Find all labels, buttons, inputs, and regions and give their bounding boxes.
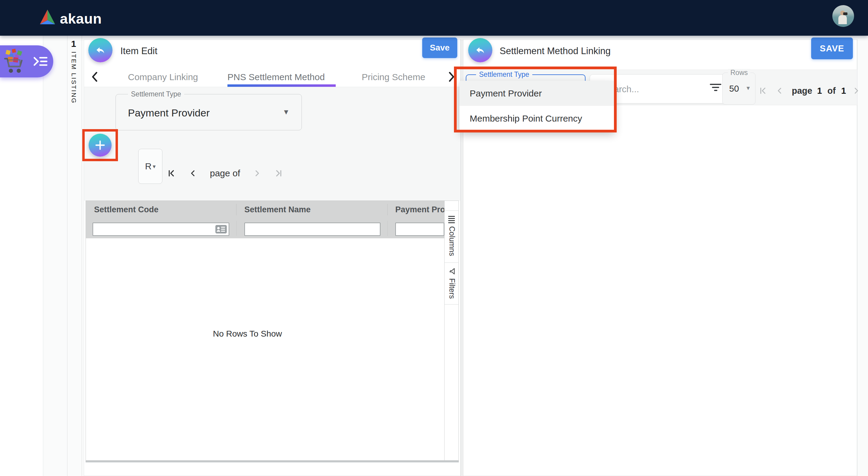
page-word: page: [792, 86, 812, 96]
grid-header-row: Settlement Code Settlement Name Payment …: [86, 201, 444, 219]
linking-back-button[interactable]: [468, 38, 492, 62]
first-page-icon[interactable]: [758, 86, 768, 95]
back-button[interactable]: [88, 38, 113, 62]
columns-grip-icon: [448, 216, 455, 223]
add-button[interactable]: [89, 134, 112, 157]
annotation-box-settlement-type-dropdown: [454, 66, 617, 132]
tab-pns-settlement-method[interactable]: PNS Settlement Method: [227, 72, 325, 82]
prev-page-icon[interactable]: [775, 87, 784, 95]
prev-page-icon[interactable]: [189, 169, 197, 178]
grid-tool-panel: Columns Filters: [444, 201, 459, 460]
chevron-down-icon: ▾: [284, 108, 288, 116]
akaun-logo-icon: [39, 8, 56, 26]
column-header-settlement-name[interactable]: Settlement Name: [244, 205, 311, 214]
tabs-scroll-left-icon[interactable]: [91, 72, 99, 82]
page-of-text: page of: [210, 168, 240, 179]
settlement-type-value: Payment Provider: [128, 107, 210, 119]
column-header-payment-provider[interactable]: Payment Provi: [395, 205, 452, 214]
active-tab-underline: [227, 84, 336, 87]
settlement-type-label: Settlement Type: [128, 90, 184, 98]
linking-save-button[interactable]: SAVE: [811, 37, 853, 59]
settlement-code-filter-input[interactable]: [93, 223, 229, 236]
next-page-icon[interactable]: [253, 169, 261, 178]
row-model-label: R: [145, 161, 152, 171]
chevron-down-icon: ▾: [153, 163, 156, 170]
settlement-name-filter-input[interactable]: [244, 223, 380, 236]
grid-body: No Rows To Show: [86, 238, 444, 460]
akaun-app: akaun: [0, 0, 868, 476]
left-app-rail: [0, 36, 43, 476]
akaun-logo-text: akaun: [60, 10, 102, 27]
strip-border-left: [67, 36, 67, 476]
of-word: of: [828, 86, 836, 96]
marketplace-menu-pill[interactable]: [0, 45, 53, 77]
filter-list-icon[interactable]: [710, 84, 721, 91]
save-button[interactable]: Save: [422, 37, 457, 58]
grid-filter-row: [86, 218, 444, 239]
linking-page-title: Settlement Method Linking: [500, 46, 611, 57]
page-title: Item Edit: [120, 46, 157, 57]
tab-pricing-scheme[interactable]: Pricing Scheme: [362, 72, 425, 82]
row-model-button[interactable]: R ▾: [138, 149, 162, 184]
rows-value: 50: [729, 84, 739, 94]
strip-border-right: [82, 36, 82, 476]
filter-funnel-icon: [448, 267, 456, 275]
next-page-icon[interactable]: [852, 87, 861, 95]
empty-grid-message: No Rows To Show: [213, 329, 282, 339]
rows-label: Rows: [728, 69, 750, 76]
current-page-number: 1: [817, 86, 822, 96]
first-page-icon[interactable]: [167, 169, 176, 178]
settlement-grid: Settlement Code Settlement Name Payment …: [86, 200, 459, 461]
last-page-icon[interactable]: [274, 169, 283, 178]
tab-counter: 1: [71, 39, 76, 49]
tab-company-linking[interactable]: Company Linking: [128, 72, 198, 82]
chevron-down-icon: ▾: [746, 84, 750, 92]
payment-provider-filter-input[interactable]: [395, 223, 444, 236]
tool-panel-tab-filters[interactable]: Filters: [447, 278, 456, 299]
linking-pagination: page 1 of 1: [758, 82, 868, 99]
item-edit-pagination: page of: [167, 165, 283, 182]
right-scroll-edge: [857, 39, 858, 476]
settlement-type-select[interactable]: Settlement Type Payment Provider ▾: [116, 94, 302, 130]
grid-bottom-border: [86, 461, 459, 463]
tool-panel-tab-columns[interactable]: Columns: [447, 226, 456, 256]
collapse-menu-icon[interactable]: [33, 56, 49, 67]
avatar-camera: [843, 12, 847, 15]
total-pages-number: 1: [841, 86, 846, 96]
top-bar: akaun: [0, 0, 868, 36]
column-header-settlement-code[interactable]: Settlement Code: [94, 205, 158, 214]
item-listing-tab[interactable]: ITEM LISTING: [70, 52, 78, 104]
user-avatar[interactable]: [832, 5, 854, 27]
marketplace-cart-icon: [2, 49, 28, 74]
rows-per-page-select[interactable]: Rows 50 ▾: [722, 72, 755, 105]
contact-card-icon[interactable]: [215, 224, 227, 234]
